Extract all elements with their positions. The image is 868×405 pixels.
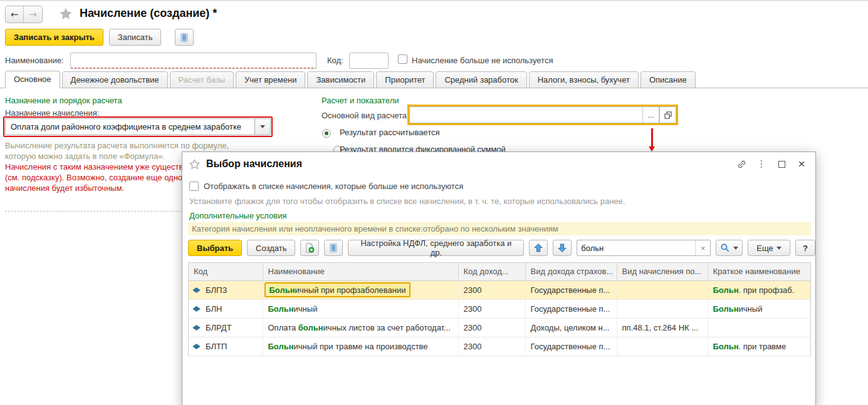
dialog-toolbar: Выбрать Создать Настройка НДФЛ, среднего… [188,240,815,256]
purpose-combobox[interactable]: Оплата доли районного коэффициента в сре… [3,116,273,137]
filter-info-bar[interactable]: Категория начисления или неоплаченного в… [188,222,811,235]
accrual-diamond-icon [192,287,201,292]
radio-result-calculated[interactable] [322,129,331,138]
cell-text: . при травме [739,342,787,351]
radio-result-calculated-label: Результат рассчитывается [340,128,440,137]
calc-kind-field-group: ... [407,105,678,125]
list-settings-button[interactable] [324,240,343,256]
short-name-cell: Больничный [708,299,810,318]
dialog-menu-button[interactable]: ⋮ [754,156,769,172]
tab-7[interactable]: Налоги, взносы, бухучет [529,71,639,88]
search-highlight: Больн [713,304,739,314]
search-field: × [577,240,711,256]
calc-kind-label: Основной вид расчета: [322,111,409,120]
search-input[interactable] [577,244,695,253]
table-header-row: КодНаименованиеКод доход...Вид дохода ст… [189,263,810,280]
more-actions-button[interactable] [175,29,194,46]
create-by-copy-button[interactable] [300,240,319,256]
close-icon: × [798,157,805,171]
window-top-edge [0,0,868,1]
back-button[interactable]: ← [6,6,24,23]
table-row[interactable]: БЛНБольничный2300Государственные п...Бол… [189,299,810,318]
accrual-kind-cell: пп.48.1, ст.264 НК ... [617,318,708,337]
list-icon [179,33,189,43]
link-icon [736,159,747,170]
table-row[interactable]: БЛРДТОплата больничных листов за счет ра… [189,318,810,337]
not-used-checkbox[interactable] [398,54,407,64]
accrual-code: БЛПЗ [206,285,227,295]
arrow-down-icon [557,243,567,253]
insurance-income-kind-cell: Доходы, целиком н... [525,318,617,337]
tab-5[interactable]: Приоритет [376,71,434,88]
show-unused-label: Отображать в списке начисления, которые … [204,182,463,191]
column-header-5[interactable]: Краткое наименование [708,263,810,280]
purpose-value[interactable]: Оплата доли районного коэффициента в сре… [5,118,254,135]
tab-2: Расчет базы [170,71,234,88]
table-row[interactable]: БЛТПБольничный при травме на производств… [189,337,810,356]
calc-kind-open-button[interactable] [659,106,676,123]
select-button[interactable]: Выбрать [188,240,242,256]
tab-8[interactable]: Описание [641,71,696,88]
column-header-4[interactable]: Вид начисления по... [617,263,708,280]
maximize-button[interactable] [774,156,789,172]
column-header-3[interactable]: Вид дохода страхов... [525,263,617,280]
accrual-code: БЛН [206,304,222,314]
purpose-dropdown-button[interactable] [254,118,271,135]
cell-text: ичный при профзаболевании [295,285,406,295]
nav-button-group: ← → [5,6,43,23]
tab-6[interactable]: Средний заработок [436,71,526,88]
search-highlight: Больн [713,285,739,295]
dialog-title: Выбор начисления [206,158,302,170]
save-and-close-button[interactable]: Записать и закрыть [5,29,103,46]
insurance-income-kind-cell: Государственные п... [525,337,617,356]
column-header-1[interactable]: Наименование [263,263,458,280]
clear-search-icon[interactable]: × [695,240,710,255]
table-row[interactable]: БЛПЗБольничный при профзаболевании2300Го… [189,280,810,299]
create-button[interactable]: Создать [247,240,295,256]
tab-3[interactable]: Учет времени [236,71,305,88]
insurance-income-kind-cell: Государственные п... [525,299,617,318]
move-down-button[interactable] [553,240,572,256]
code-input[interactable] [349,53,389,69]
short-name-cell: Больн. при травме [708,337,810,356]
purpose-section-title: Назначение и порядок расчета [5,96,122,105]
search-highlight: Больн [713,342,739,351]
code-label: Код: [327,56,343,65]
search-button[interactable] [716,240,743,256]
selected-cell[interactable]: Больничный при профзаболевании [264,282,411,297]
income-code-cell: 2300 [458,280,525,299]
tab-4[interactable]: Зависимости [307,71,374,88]
tab-0[interactable]: Основное [5,71,60,88]
page-title: Начисление (создание) * [80,7,217,20]
short-name-cell: Больн. при профзаб. [708,280,810,299]
close-button[interactable]: × [794,156,809,172]
name-input[interactable] [70,53,316,69]
move-up-button[interactable] [529,240,548,256]
help-button[interactable]: ? [795,240,815,256]
dialog-hint-text: Установите флажок для того чтобы отобраз… [189,197,625,206]
tab-bar: ОсновноеДенежное довольствиеРасчет базыУ… [5,71,698,88]
calc-section-title: Расчет и показатели [322,96,399,105]
chevron-down-icon [776,247,782,250]
ndfl-settings-button[interactable]: Настройка НДФЛ, среднего заработка и др. [348,240,524,256]
forward-button[interactable]: → [24,6,42,23]
search-highlight: больн [298,323,323,332]
search-highlight: Больн [268,304,294,314]
accruals-table: КодНаименованиеКод доход...Вид дохода ст… [188,262,811,356]
favorite-star-icon[interactable] [58,6,73,21]
column-header-0[interactable]: Код [189,263,263,280]
save-button[interactable]: Записать [109,29,162,46]
column-header-2[interactable]: Код доход... [458,263,525,280]
open-in-form-icon [664,111,672,120]
name-label: Наименование: [5,56,64,65]
cell-text: ичный [739,304,763,314]
show-unused-checkbox[interactable] [189,182,199,191]
chevron-down-icon [733,247,738,250]
calc-kind-input[interactable] [409,106,642,123]
calc-kind-choose-button[interactable]: ... [642,106,659,123]
tab-1[interactable]: Денежное довольствие [62,71,168,88]
dialog-star-icon[interactable] [189,158,201,170]
get-link-button[interactable] [734,156,749,172]
new-document-icon [305,243,315,253]
more-button[interactable]: Еще [748,240,790,256]
